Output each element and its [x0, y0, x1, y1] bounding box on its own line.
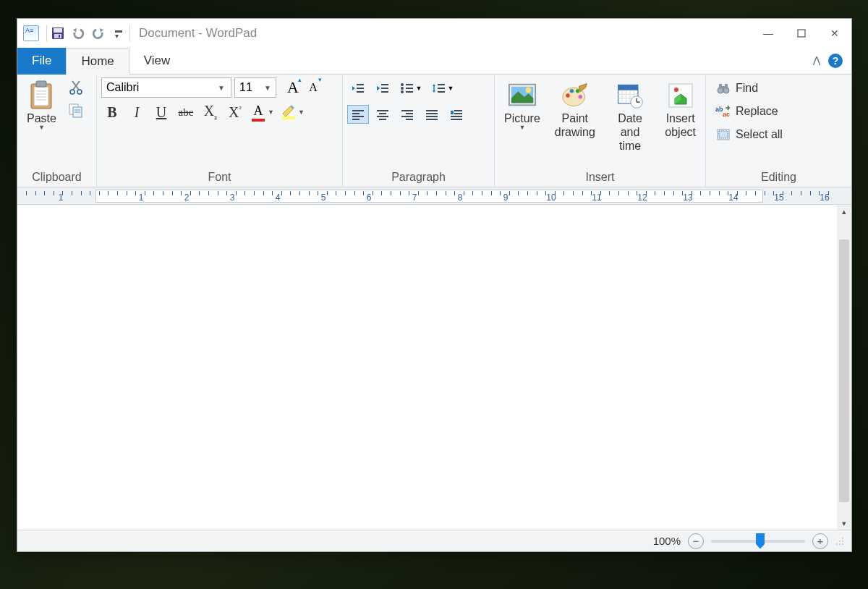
line-spacing-button[interactable]: ▼: [428, 79, 457, 98]
tab-view[interactable]: View: [129, 48, 185, 75]
group-clipboard: Paste ▼: [17, 75, 97, 187]
zoom-slider-thumb[interactable]: [756, 533, 765, 549]
paste-button[interactable]: Paste ▼: [22, 77, 61, 135]
svg-point-28: [401, 90, 404, 93]
undo-button[interactable]: [70, 25, 86, 41]
insert-date-time-button[interactable]: Date and time: [605, 77, 655, 156]
cut-button[interactable]: [66, 77, 86, 98]
bullets-button[interactable]: ▼: [396, 79, 425, 98]
align-center-button[interactable]: [372, 105, 393, 124]
font-color-button[interactable]: A ▼: [249, 103, 276, 122]
svg-point-86: [842, 543, 843, 545]
maximize-icon: [797, 29, 806, 38]
calendar-clock-icon: [616, 81, 644, 110]
group-label-editing: Editing: [710, 168, 847, 185]
minimize-button[interactable]: —: [752, 22, 785, 45]
close-button[interactable]: ✕: [818, 22, 851, 45]
chevron-down-icon: ▼: [448, 85, 454, 92]
chevron-down-icon[interactable]: ▼: [298, 109, 307, 116]
replace-button[interactable]: abac Replace: [710, 101, 847, 122]
ruler-active-area: [95, 190, 763, 203]
shrink-icon: ▾: [318, 76, 322, 83]
find-button[interactable]: Find: [710, 77, 847, 99]
scroll-down-button[interactable]: ▾: [838, 517, 851, 530]
strikethrough-button[interactable]: abc: [175, 102, 197, 122]
scroll-thumb[interactable]: [839, 240, 849, 502]
chevron-down-icon[interactable]: ▼: [215, 84, 228, 92]
redo-button[interactable]: [90, 25, 106, 41]
align-right-button[interactable]: [396, 105, 418, 124]
grow-font-button[interactable]: A▴: [284, 78, 302, 97]
paragraph-icon: [449, 109, 464, 120]
font-name-combo[interactable]: ▼: [101, 77, 231, 98]
svg-rect-85: [719, 131, 728, 138]
tab-home[interactable]: Home: [66, 48, 129, 75]
bold-button[interactable]: B: [101, 102, 123, 122]
ruler[interactable]: 112345678910111213141516: [17, 187, 851, 205]
zoom-slider[interactable]: [711, 540, 805, 543]
ruler-number: 7: [412, 192, 417, 203]
help-button[interactable]: ?: [828, 54, 843, 68]
picture-icon: [508, 81, 537, 110]
zoom-out-button[interactable]: −: [688, 533, 704, 549]
italic-button[interactable]: I: [126, 102, 148, 122]
shrink-font-button[interactable]: A▾: [304, 78, 323, 97]
wordpad-window: ▬▾ Document - WordPad — ✕ File Home View…: [17, 18, 852, 552]
svg-point-88: [842, 541, 843, 542]
decrease-indent-button[interactable]: [347, 79, 369, 98]
chevron-down-icon: ▼: [519, 124, 525, 131]
font-size-combo[interactable]: ▼: [234, 77, 276, 98]
scroll-up-button[interactable]: ▴: [838, 205, 851, 218]
collapse-ribbon-button[interactable]: 𐌡: [812, 54, 821, 68]
ruler-number: 1: [139, 192, 144, 203]
align-left-button[interactable]: [347, 105, 369, 124]
select-all-button[interactable]: Select all: [710, 124, 847, 145]
line-spacing-icon: [432, 82, 446, 94]
zoom-in-button[interactable]: +: [812, 533, 828, 549]
tab-file[interactable]: File: [17, 48, 66, 75]
subscript-button[interactable]: X₂: [200, 102, 221, 122]
group-label-paragraph: Paragraph: [347, 168, 490, 185]
insert-picture-button[interactable]: Picture ▼: [499, 77, 545, 135]
underline-icon: U: [156, 104, 166, 121]
bold-icon: B: [107, 104, 116, 121]
svg-rect-6: [34, 87, 48, 106]
svg-text:ac: ac: [723, 111, 730, 118]
paste-icon: [27, 81, 56, 110]
underline-button[interactable]: U: [150, 102, 172, 122]
save-button[interactable]: [50, 25, 66, 41]
superscript-button[interactable]: X²: [224, 102, 246, 122]
svg-point-61: [570, 89, 574, 93]
chevron-down-icon[interactable]: ▼: [261, 84, 274, 92]
increase-indent-button[interactable]: [372, 79, 393, 98]
vertical-scrollbar[interactable]: ▴ ▾: [837, 205, 851, 530]
group-paragraph: ▼ ▼: [343, 75, 495, 187]
paragraph-dialog-button[interactable]: [446, 105, 467, 124]
subscript-icon: X₂: [204, 103, 217, 122]
svg-rect-4: [798, 30, 805, 37]
svg-point-89: [836, 543, 838, 545]
font-size-input[interactable]: [235, 78, 261, 97]
svg-rect-81: [722, 86, 725, 88]
align-left-icon: [351, 109, 365, 120]
svg-point-13: [77, 90, 82, 94]
highlight-button[interactable]: ▼: [279, 103, 307, 122]
document-canvas[interactable]: [17, 205, 837, 530]
font-name-input[interactable]: [102, 78, 215, 97]
insert-paint-drawing-button[interactable]: Paint drawing: [550, 77, 600, 143]
scroll-track[interactable]: [838, 218, 850, 517]
ribbon: Paste ▼: [17, 75, 851, 187]
maximize-button[interactable]: [785, 22, 818, 45]
italic-icon: I: [135, 104, 140, 121]
chevron-down-icon[interactable]: ▼: [268, 109, 276, 116]
minus-icon: −: [693, 535, 699, 547]
ruler-number: 5: [321, 192, 326, 203]
ruler-number: 9: [503, 192, 509, 203]
minimize-icon: —: [763, 27, 773, 39]
qat-customize-button[interactable]: ▬▾: [111, 25, 127, 41]
copy-button[interactable]: [66, 101, 86, 121]
justify-button[interactable]: [421, 105, 443, 124]
insert-object-button[interactable]: Insert object: [660, 77, 701, 143]
decrease-indent-icon: [351, 82, 365, 94]
group-label-font: Font: [101, 168, 338, 185]
